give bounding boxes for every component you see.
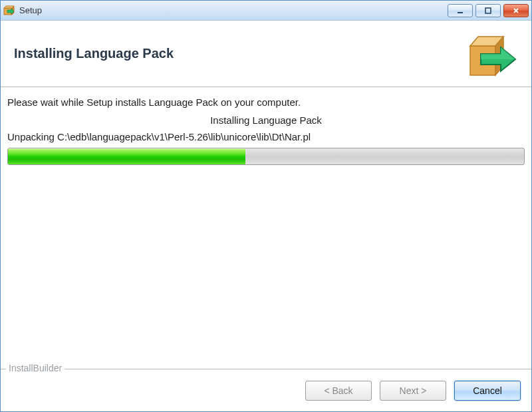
- next-button: Next >: [380, 381, 446, 401]
- app-icon: [3, 5, 15, 17]
- close-button[interactable]: [503, 4, 529, 17]
- window-title: Setup: [19, 5, 448, 15]
- progress-fill: [8, 148, 245, 164]
- wizard-header: Installing Language Pack: [1, 21, 531, 87]
- status-title: Installing Language Pack: [7, 114, 525, 126]
- svg-rect-5: [485, 8, 491, 13]
- wizard-footer: InstallBuilder < Back Next > Cancel: [1, 369, 531, 411]
- maximize-button[interactable]: [475, 4, 501, 17]
- titlebar: Setup: [1, 1, 531, 21]
- wait-text: Please wait while Setup installs Languag…: [7, 97, 525, 108]
- wizard-content: Please wait while Setup installs Languag…: [1, 87, 531, 369]
- progress-bar: [7, 148, 525, 165]
- minimize-button[interactable]: [448, 4, 473, 17]
- window-controls: [448, 4, 529, 17]
- box-arrow-icon: [465, 27, 518, 81]
- brand-label: InstallBuilder: [6, 363, 65, 373]
- setup-window: Setup Installing Language Pack: [0, 0, 532, 412]
- svg-rect-4: [458, 12, 463, 13]
- status-file: Unpacking C:\edb\languagepack\v1\Perl-5.…: [7, 131, 525, 142]
- back-button: < Back: [305, 381, 372, 401]
- cancel-button[interactable]: Cancel: [454, 381, 521, 401]
- page-title: Installing Language Pack: [14, 46, 174, 61]
